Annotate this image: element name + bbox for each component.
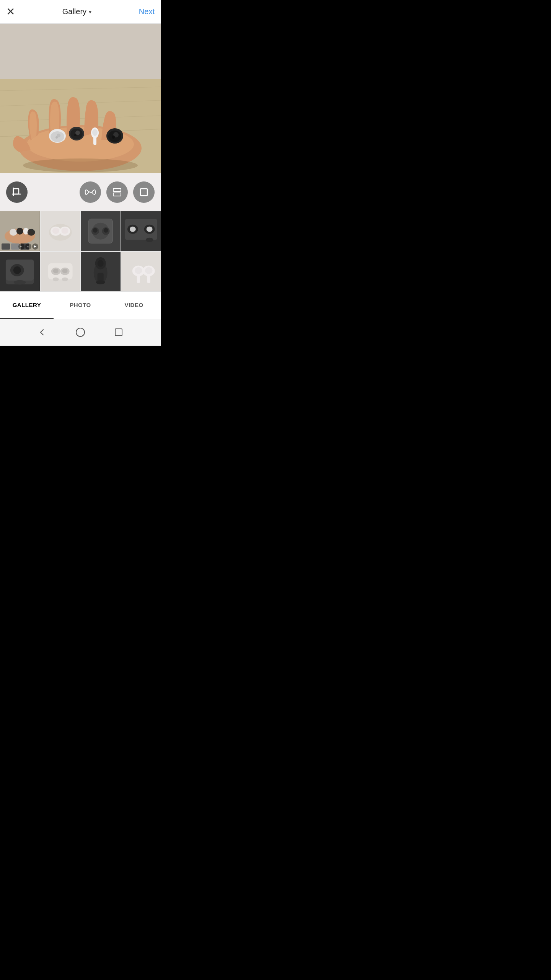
preview-image-area [0,79,161,173]
svg-point-21 [112,136,115,139]
svg-point-65 [53,268,58,273]
nav-item-gallery[interactable]: GALLERY [0,292,54,319]
nav-gallery-label: GALLERY [13,302,41,308]
svg-rect-16 [93,137,96,145]
thumb-icons-1: ∞ ⊞ ▶ [18,243,38,250]
svg-point-59 [13,266,21,274]
svg-point-22 [23,158,138,172]
svg-point-66 [62,268,67,273]
svg-point-80 [145,267,152,274]
bottom-navigation: GALLERY PHOTO VIDEO [0,291,161,319]
nav-item-video[interactable]: VIDEO [107,292,161,319]
preview-scene-svg [0,79,161,173]
layers-button[interactable] [106,181,128,203]
gallery-title-area[interactable]: Gallery ▾ [62,7,91,16]
svg-rect-27 [113,193,121,196]
gallery-title-text: Gallery [62,7,86,16]
svg-rect-78 [137,274,140,283]
system-navigation [0,319,161,346]
svg-point-17 [92,129,98,136]
svg-rect-26 [113,188,121,191]
svg-point-39 [52,228,59,234]
back-button[interactable] [35,325,49,339]
svg-point-31 [10,229,17,236]
thumbnail-item-7[interactable] [81,252,121,292]
square-button[interactable] [133,181,155,203]
svg-point-72 [98,260,104,266]
svg-point-47 [104,228,108,233]
thumbnail-item-5[interactable] [0,252,40,292]
crop-button[interactable] [6,181,28,203]
thumbnail-item-8[interactable] [121,252,161,292]
infinity-button[interactable] [80,181,101,203]
nav-video-label: VIDEO [124,302,143,308]
chevron-down-icon: ▾ [89,9,91,15]
svg-point-34 [28,229,35,236]
svg-point-32 [16,228,23,235]
svg-point-54 [145,238,153,242]
main-preview [0,24,161,173]
svg-point-60 [14,280,26,284]
thumbnail-grid: ∞ ⊞ ▶ [0,211,161,291]
recents-button[interactable] [112,325,126,339]
close-button[interactable]: ✕ [6,7,15,17]
thumbnail-item-4[interactable] [121,211,161,251]
thumbnail-item-3[interactable] [81,211,121,251]
svg-point-77 [134,267,142,274]
thumbnail-item-1[interactable]: ∞ ⊞ ▶ [0,211,40,251]
top-bar: ✕ Gallery ▾ Next [0,0,161,24]
preview-top-bg [0,24,161,79]
svg-point-40 [61,228,68,234]
svg-rect-83 [115,329,122,336]
svg-rect-23 [13,189,19,194]
thumbnail-item-6[interactable] [41,252,80,292]
next-button[interactable]: Next [139,7,155,16]
svg-point-67 [52,277,59,281]
thumbnail-item-2[interactable] [41,211,80,251]
svg-point-52 [146,227,152,232]
controls-toolbar [0,173,161,211]
svg-point-53 [129,227,135,232]
nav-item-photo[interactable]: PHOTO [54,292,107,319]
svg-point-46 [93,228,98,233]
home-button[interactable] [73,325,87,339]
nav-photo-label: PHOTO [70,302,91,308]
svg-point-82 [76,328,85,336]
svg-rect-81 [147,274,150,283]
svg-point-74 [96,280,105,284]
svg-point-10 [55,136,58,139]
svg-point-14 [74,134,77,136]
svg-rect-28 [140,189,147,196]
svg-point-68 [62,277,68,281]
